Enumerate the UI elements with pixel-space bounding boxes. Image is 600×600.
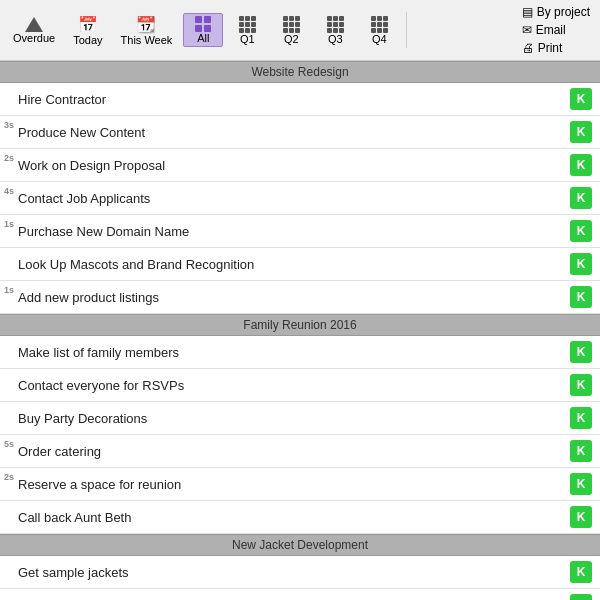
task-row[interactable]: Buy Party DecorationsK [0, 402, 600, 435]
today-icon: 📅 [78, 15, 98, 34]
task-row[interactable]: Look Up Mascots and Brand RecognitionK [0, 248, 600, 281]
this-week-icon: 📆 [136, 15, 156, 34]
k-badge[interactable]: K [570, 374, 592, 396]
task-text: Order catering [8, 444, 570, 459]
toolbar-divider [406, 12, 407, 48]
task-text: Get sample jackets [8, 565, 570, 580]
section-header-website-redesign: Website Redesign [0, 61, 600, 83]
by-project-label: By project [537, 5, 590, 19]
q2-button[interactable]: Q2 [271, 13, 311, 48]
task-text: Produce New Content [8, 125, 570, 140]
task-text: Contact Job Applicants [8, 191, 570, 206]
task-text: Work on Design Proposal [8, 158, 570, 173]
k-badge[interactable]: K [570, 253, 592, 275]
section-header-family-reunion: Family Reunion 2016 [0, 314, 600, 336]
k-badge[interactable]: K [570, 187, 592, 209]
q4-label: Q4 [372, 33, 387, 45]
print-label: Print [538, 41, 563, 55]
this-week-button[interactable]: 📆 This Week [114, 12, 180, 49]
q1-button[interactable]: Q1 [227, 13, 267, 48]
by-project-icon: ▤ [522, 5, 533, 19]
all-button[interactable]: All [183, 13, 223, 47]
all-label: All [197, 32, 209, 44]
task-text: Look Up Mascots and Brand Recognition [8, 257, 570, 272]
overdue-icon [25, 17, 43, 32]
task-text: Call back Aunt Beth [8, 510, 570, 525]
task-row[interactable]: Get sample jacketsK [0, 556, 600, 589]
k-badge[interactable]: K [570, 407, 592, 429]
task-text: Purchase New Domain Name [8, 224, 570, 239]
by-project-button[interactable]: ▤ By project [518, 4, 594, 20]
task-row[interactable]: 2sWork on Design ProposalK [0, 149, 600, 182]
print-button[interactable]: 🖨 Print [518, 40, 594, 56]
task-row[interactable]: 2sReserve a space for reunionK [0, 468, 600, 501]
task-row[interactable]: 1sPurchase New Domain NameK [0, 215, 600, 248]
task-row[interactable]: 4sContact Job ApplicantsK [0, 182, 600, 215]
k-badge[interactable]: K [570, 440, 592, 462]
k-badge[interactable]: K [570, 506, 592, 528]
task-row[interactable]: 5sOrder cateringK [0, 435, 600, 468]
email-label: Email [536, 23, 566, 37]
q3-button[interactable]: Q3 [315, 13, 355, 48]
k-badge[interactable]: K [570, 220, 592, 242]
k-badge[interactable]: K [570, 473, 592, 495]
k-badge[interactable]: K [570, 121, 592, 143]
task-row[interactable]: Make list of family membersK [0, 336, 600, 369]
q2-label: Q2 [284, 33, 299, 45]
task-row[interactable]: 3sProduce New ContentK [0, 116, 600, 149]
this-week-label: This Week [121, 34, 173, 46]
today-label: Today [73, 34, 102, 46]
task-text: Hire Contractor [8, 92, 570, 107]
print-icon: 🖨 [522, 41, 534, 55]
q4-button[interactable]: Q4 [359, 13, 399, 48]
q1-label: Q1 [240, 33, 255, 45]
task-row[interactable]: Call back Aunt BethK [0, 501, 600, 534]
all-icon [195, 16, 211, 32]
k-badge[interactable]: K [570, 286, 592, 308]
email-icon: ✉ [522, 23, 532, 37]
task-number: 2s [4, 472, 14, 482]
q4-icon [371, 16, 388, 33]
q1-icon [239, 16, 256, 33]
task-row[interactable]: Order fabric samplesK [0, 589, 600, 600]
task-number: 5s [4, 439, 14, 449]
email-button[interactable]: ✉ Email [518, 22, 594, 38]
task-number: 1s [4, 285, 14, 295]
task-text: Buy Party Decorations [8, 411, 570, 426]
section-header-new-jacket: New Jacket Development [0, 534, 600, 556]
k-badge[interactable]: K [570, 561, 592, 583]
overdue-label: Overdue [13, 32, 55, 44]
task-text: Make list of family members [8, 345, 570, 360]
task-row[interactable]: 1sAdd new product listingsK [0, 281, 600, 314]
q3-icon [327, 16, 344, 33]
q2-icon [283, 16, 300, 33]
k-badge[interactable]: K [570, 341, 592, 363]
q3-label: Q3 [328, 33, 343, 45]
toolbar: Overdue 📅 Today 📆 This Week All Q1 [0, 0, 600, 61]
k-badge[interactable]: K [570, 154, 592, 176]
task-number: 1s [4, 219, 14, 229]
task-row[interactable]: Hire ContractorK [0, 83, 600, 116]
task-text: Contact everyone for RSVPs [8, 378, 570, 393]
task-number: 3s [4, 120, 14, 130]
today-button[interactable]: 📅 Today [66, 12, 109, 49]
toolbar-right: ▤ By project ✉ Email 🖨 Print [518, 4, 594, 56]
k-badge[interactable]: K [570, 88, 592, 110]
overdue-button[interactable]: Overdue [6, 14, 62, 47]
task-number: 4s [4, 186, 14, 196]
task-row[interactable]: Contact everyone for RSVPsK [0, 369, 600, 402]
task-text: Add new product listings [8, 290, 570, 305]
task-list: Website RedesignHire ContractorK3sProduc… [0, 61, 600, 600]
task-text: Reserve a space for reunion [8, 477, 570, 492]
k-badge[interactable]: K [570, 594, 592, 600]
task-number: 2s [4, 153, 14, 163]
